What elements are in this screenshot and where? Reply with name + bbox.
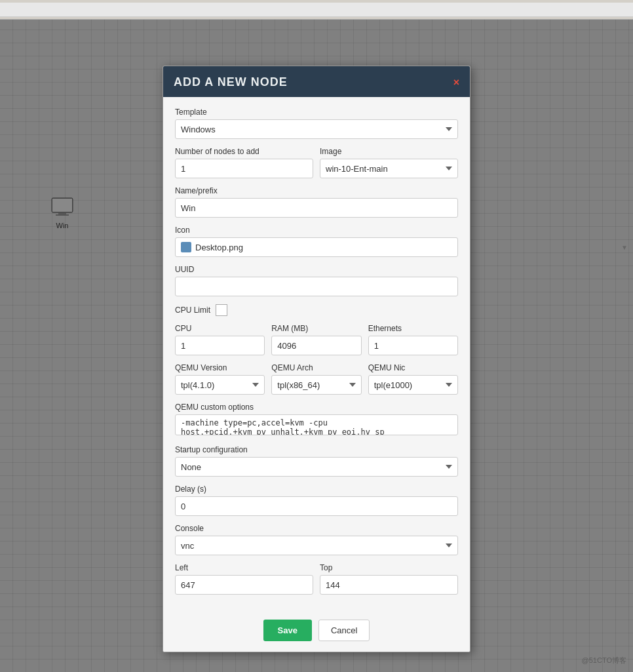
uuid-label: UUID (175, 265, 458, 274)
startup-label: Startup configuration (175, 445, 458, 454)
qemu-nic-group: QEMU Nic tpl(e1000)e1000virtio (368, 363, 458, 395)
cpu-limit-checkbox[interactable] (216, 304, 227, 316)
ram-label: RAM (MB) (271, 324, 361, 333)
delay-label: Delay (s) (175, 484, 458, 494)
uuid-input[interactable] (175, 277, 458, 296)
save-button[interactable]: Save (263, 620, 312, 641)
top-input[interactable] (320, 575, 458, 595)
ram-group: RAM (MB) (271, 324, 361, 355)
image-select-wrapper: win-10-Ent-mainwin-7win-server-2019 (320, 159, 458, 178)
modal-header: ADD A NEW NODE × (163, 66, 470, 97)
top-label: Top (320, 563, 458, 572)
left-group: Left (175, 563, 313, 595)
icon-select[interactable]: Desktop.png (175, 237, 458, 257)
icon-group: Icon Desktop.png (175, 226, 458, 257)
image-group: Image win-10-Ent-mainwin-7win-server-201… (320, 147, 458, 178)
modal-footer: Save Cancel (163, 613, 470, 652)
add-node-modal: ADD A NEW NODE × Template WindowsLinuxCi… (163, 66, 470, 652)
uuid-group: UUID (175, 265, 458, 296)
template-select[interactable]: WindowsLinuxCiscoOther (175, 119, 458, 139)
startup-select-wrapper: NoneCustom (175, 457, 458, 477)
name-input[interactable] (175, 198, 458, 218)
position-row: Left Top (175, 563, 458, 595)
cancel-button[interactable]: Cancel (318, 620, 370, 641)
menu-bar (0, 3, 633, 17)
icon-label: Icon (175, 226, 458, 235)
modal-title: ADD A NEW NODE (174, 75, 288, 89)
ethernets-input[interactable] (368, 336, 458, 355)
startup-select[interactable]: NoneCustom (175, 457, 458, 477)
ram-input[interactable] (271, 336, 361, 355)
ethernets-label: Ethernets (368, 324, 458, 333)
modal-body: Template WindowsLinuxCiscoOther Number o… (163, 97, 470, 613)
qemu-row: QEMU Version tpl(4.1.0)4.1.03.1.0 QEMU A… (175, 363, 458, 395)
image-label: Image (320, 147, 458, 156)
cpu-ram-eth-row: CPU RAM (MB) Ethernets (175, 324, 458, 355)
qemu-nic-select[interactable]: tpl(e1000)e1000virtio (368, 375, 458, 395)
console-label: Console (175, 524, 458, 533)
icon-value-text: Desktop.png (195, 243, 243, 252)
icon-preview (181, 242, 191, 252)
template-group: Template WindowsLinuxCiscoOther (175, 108, 458, 139)
console-group: Console vncrdptelnetnone (175, 524, 458, 555)
qemu-nic-label: QEMU Nic (368, 363, 458, 372)
cpu-limit-row: CPU Limit (175, 304, 458, 316)
qemu-version-label: QEMU Version (175, 363, 265, 372)
name-label: Name/prefix (175, 186, 458, 195)
nodes-group: Number of nodes to add (175, 147, 313, 178)
qemu-arch-group: QEMU Arch tpl(x86_64)x86_64aarch64 (271, 363, 361, 395)
modal-overlay: ADD A NEW NODE × Template WindowsLinuxCi… (0, 20, 633, 672)
qemu-arch-select[interactable]: tpl(x86_64)x86_64aarch64 (271, 375, 361, 395)
qemu-custom-input[interactable]: -machine type=pc,accel=kvm -cpu host,+pc… (175, 414, 458, 435)
qemu-custom-label: QEMU custom options (175, 403, 458, 412)
cpu-input[interactable] (175, 336, 265, 355)
template-select-wrapper: WindowsLinuxCiscoOther (175, 119, 458, 139)
startup-group: Startup configuration NoneCustom (175, 445, 458, 477)
close-button[interactable]: × (453, 77, 459, 88)
template-label: Template (175, 108, 458, 117)
qemu-nic-select-wrapper: tpl(e1000)e1000virtio (368, 375, 458, 395)
qemu-version-group: QEMU Version tpl(4.1.0)4.1.03.1.0 (175, 363, 265, 395)
ethernets-group: Ethernets (368, 324, 458, 355)
cpu-group: CPU (175, 324, 265, 355)
name-group: Name/prefix (175, 186, 458, 218)
watermark: @51CTO博客 (582, 656, 626, 665)
nodes-label: Number of nodes to add (175, 147, 313, 156)
delay-group: Delay (s) (175, 484, 458, 516)
qemu-custom-group: QEMU custom options -machine type=pc,acc… (175, 403, 458, 437)
nodes-input[interactable] (175, 159, 313, 178)
cpu-label: CPU (175, 324, 265, 333)
console-select-wrapper: vncrdptelnetnone (175, 536, 458, 555)
console-select[interactable]: vncrdptelnetnone (175, 536, 458, 555)
qemu-arch-select-wrapper: tpl(x86_64)x86_64aarch64 (271, 375, 361, 395)
image-select[interactable]: win-10-Ent-mainwin-7win-server-2019 (320, 159, 458, 178)
qemu-arch-label: QEMU Arch (271, 363, 361, 372)
qemu-version-select[interactable]: tpl(4.1.0)4.1.03.1.0 (175, 375, 265, 395)
qemu-version-select-wrapper: tpl(4.1.0)4.1.03.1.0 (175, 375, 265, 395)
left-input[interactable] (175, 575, 313, 595)
top-group: Top (320, 563, 458, 595)
delay-input[interactable] (175, 496, 458, 516)
top-bar (0, 0, 633, 20)
cpu-limit-label: CPU Limit (175, 306, 210, 315)
nodes-image-row: Number of nodes to add Image win-10-Ent-… (175, 147, 458, 178)
left-label: Left (175, 563, 313, 572)
